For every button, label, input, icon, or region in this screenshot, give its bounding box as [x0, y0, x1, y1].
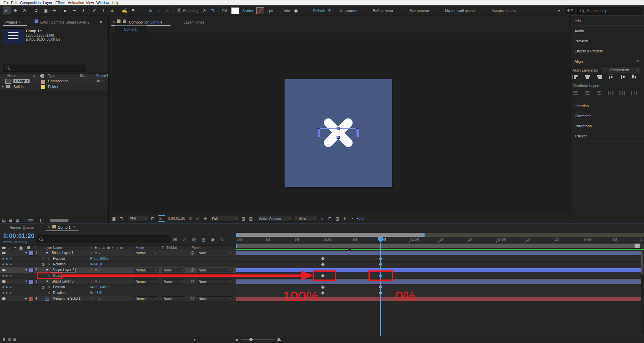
help-search-input[interactable]	[586, 7, 641, 14]
keyframe-diamond[interactable]	[321, 291, 325, 295]
project-comp-name[interactable]: Comp 1	[26, 29, 39, 33]
effects-switch-icon[interactable]: ✱	[95, 268, 97, 272]
expand-icon[interactable]: ▼	[25, 252, 28, 254]
grid-options-icon[interactable]: ⊞	[151, 217, 154, 221]
property-name[interactable]: Position	[53, 257, 65, 261]
graph-icon[interactable]: ∿	[47, 286, 50, 289]
work-area-end-handle[interactable]	[635, 244, 640, 248]
timeline-button-icon[interactable]: ▥	[336, 217, 339, 221]
rotate-tool-icon[interactable]: ↺	[34, 8, 38, 13]
next-keyframe-icon[interactable]: ▶	[10, 257, 12, 260]
viewer-timecode[interactable]: 0:00:01:20	[168, 216, 185, 221]
property-name[interactable]: Position	[53, 285, 65, 289]
layer-row-shape2-selected[interactable]: ▼ 2 ★ Shape Layer 2 ♀ ✱ / Normal∨ None∨ …	[0, 267, 236, 273]
layer-name-editing[interactable]: Shape Layer 2	[51, 268, 76, 272]
trash-icon[interactable]	[40, 219, 44, 222]
stopwatch-icon[interactable]: ◷	[42, 291, 45, 295]
kf-row-rotation1[interactable]	[236, 262, 644, 267]
project-panel-menu-icon[interactable]: ≡	[19, 20, 21, 24]
panel-info[interactable]: Info	[575, 19, 581, 23]
resolution-dropdown[interactable]: Full∨	[210, 216, 239, 222]
shy-layers-icon[interactable]: ◍	[192, 237, 196, 242]
exposure-value[interactable]: +0,0	[356, 216, 364, 221]
blend-mode-dropdown[interactable]: Normal∨	[134, 251, 158, 255]
parent-column-header[interactable]: Parent	[192, 246, 201, 250]
property-row-rotation[interactable]: ◀ ◆ ▶ ◷ ∿ Rotation 0x+45,0°	[0, 262, 236, 267]
project-search-box[interactable]	[3, 64, 86, 72]
zoom-out-icon[interactable]	[235, 338, 239, 341]
tab-effect-controls[interactable]: Effect Controls Shape Layer 2	[40, 20, 90, 25]
kf-row-shape3[interactable]	[236, 279, 644, 285]
layer-row-solid[interactable]: ▶ 4 [Medium...e Solid 1] ♀ / Normal∨ Non…	[0, 296, 236, 302]
snapping-checkbox[interactable]: ✓	[177, 8, 181, 12]
parent-pickwhip-icon[interactable]: @	[191, 268, 194, 272]
transparency-grid-icon[interactable]: ▦	[242, 217, 245, 221]
tab-render-queue[interactable]: Render Queue	[9, 225, 34, 230]
layer-color-swatch[interactable]	[29, 280, 34, 284]
align-left-button[interactable]	[573, 75, 579, 79]
project-search-input[interactable]	[12, 65, 84, 71]
property-name[interactable]: Rotation	[53, 291, 65, 295]
next-keyframe-icon[interactable]: ▶	[10, 274, 12, 277]
keyframe-toggle-icon[interactable]: ◆	[6, 274, 8, 277]
always-preview-icon[interactable]: ▣	[112, 217, 116, 221]
navigator-end-handle[interactable]	[423, 233, 425, 237]
property-value[interactable]: 640,0 ,640,0	[90, 257, 109, 261]
parent-dropdown[interactable]: None∨	[197, 268, 233, 272]
property-row-position[interactable]: ◀ ◆ ▶ ◷ ∿ Position 640,0 ,640,0	[0, 256, 236, 262]
workspace-all-panels[interactable]: Все панели	[409, 9, 429, 13]
graph-editor-icon[interactable]: ∿	[220, 237, 224, 242]
fill-label[interactable]: Fill:	[222, 9, 228, 13]
tab-project[interactable]: Project	[5, 20, 17, 25]
align-bottom-button[interactable]	[631, 75, 637, 79]
parent-pickwhip-icon[interactable]: @	[191, 297, 194, 300]
project-item-name[interactable]: Solids	[13, 85, 23, 89]
prev-keyframe-icon[interactable]: ◀	[2, 292, 4, 294]
graph-icon[interactable]: ∿	[47, 257, 50, 260]
view-layout-dropdown[interactable]: 1 View∨	[294, 216, 317, 222]
layer-duration-bar-selected[interactable]	[236, 268, 644, 272]
stroke-width-value[interactable]: - px	[267, 9, 273, 13]
eye-icon[interactable]	[2, 252, 6, 254]
flowchart-button-icon[interactable]: ⋔	[343, 217, 346, 221]
property-row-position[interactable]: ◀ ◆ ▶ ◷ ∿ Position 640,0 ,640,0	[0, 285, 236, 290]
graph-icon[interactable]: ∿	[47, 291, 50, 295]
distribute-right-button[interactable]	[631, 91, 637, 95]
camera-tool-icon[interactable]: ▣	[44, 8, 48, 13]
kf-row-shape1[interactable]	[236, 250, 644, 256]
pen-tool-icon[interactable]: ✒	[73, 8, 77, 13]
time-navigator-bar[interactable]	[236, 233, 424, 237]
layer-name[interactable]: [Medium...e Solid 1]	[52, 297, 81, 301]
roi-button[interactable]: ⌗	[158, 215, 165, 222]
work-area-bar[interactable]	[236, 244, 635, 248]
layer-name[interactable]: Shape Layer 3	[52, 280, 73, 284]
footage-icon[interactable]: ▤	[2, 218, 6, 222]
quality-switch-icon[interactable]: /	[99, 280, 100, 283]
type-tool-icon[interactable]: T	[82, 8, 85, 13]
stroke-label[interactable]: Stroke:	[242, 9, 254, 13]
selection-handle-right[interactable]	[356, 128, 359, 137]
expand-icon[interactable]: ▶	[25, 297, 27, 300]
workspace-menu-icon[interactable]: ≡	[328, 8, 331, 12]
property-value[interactable]: 0x+45,0°	[90, 262, 103, 266]
keyframe-toggle-icon[interactable]: ◆	[6, 286, 8, 289]
menu-file[interactable]: File	[3, 1, 9, 5]
stopwatch-icon[interactable]: ◷	[42, 263, 45, 266]
project-row-comp1[interactable]: Comp 1 Composition 30 ∴	[0, 78, 108, 84]
selection-handle-left[interactable]	[317, 128, 320, 137]
anchor-switch-icon[interactable]: ♀	[90, 297, 93, 300]
new-comp-icon[interactable]: ▦	[15, 218, 19, 222]
column-frame-rate[interactable]: Frame R	[96, 74, 109, 78]
timeline-panel-menu-icon[interactable]: ≡	[73, 225, 76, 229]
axis-local-icon[interactable]: ⋔	[149, 8, 152, 13]
parent-pickwhip-icon[interactable]: @	[191, 251, 194, 255]
timeline-search-box[interactable]	[36, 235, 170, 243]
time-ruler[interactable]: 0:00f 10f 20f 01:00f 10f 20f 02:00f 10f …	[236, 237, 644, 243]
distribute-vcenter-button[interactable]	[584, 91, 590, 95]
color-depth-button[interactable]: 8 bpc	[26, 218, 34, 222]
selection-handle-bottom[interactable]	[337, 136, 340, 139]
project-hscrollbar[interactable]	[50, 219, 68, 222]
blend-mode-dropdown[interactable]: Normal∨	[134, 279, 158, 284]
eraser-tool-icon[interactable]: ◈	[110, 8, 114, 13]
kf-row-shape2[interactable]	[236, 267, 644, 273]
